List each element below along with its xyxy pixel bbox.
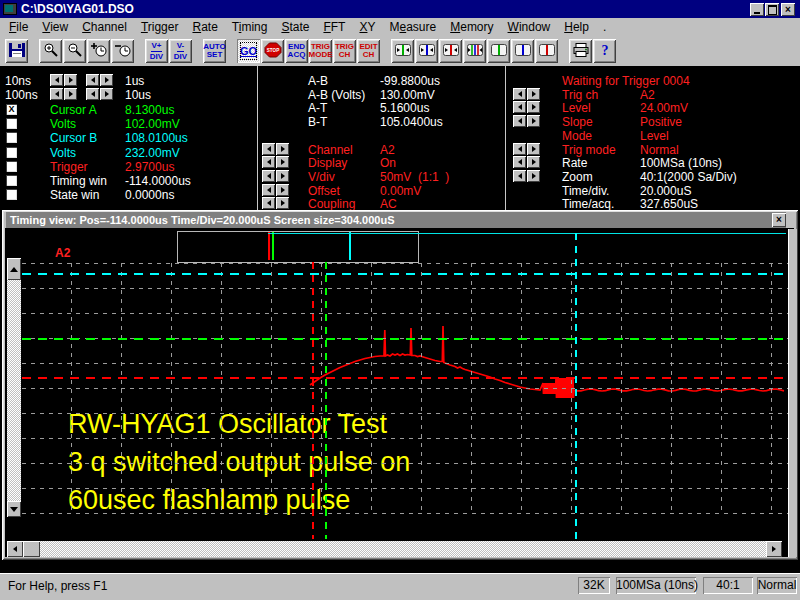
display-spinner-decrement[interactable] <box>262 156 275 168</box>
vertical-scrollbar[interactable] <box>7 229 21 539</box>
volts-checkbox[interactable] <box>6 118 17 129</box>
center-trigger-cursor-button[interactable] <box>535 39 558 63</box>
menu-item-memory[interactable]: Memory <box>443 19 500 35</box>
trigger-level-line[interactable] <box>22 377 788 379</box>
move-cursor-a-button[interactable] <box>391 39 414 63</box>
menu-item-measure[interactable]: Measure <box>382 19 443 35</box>
scroll-right-button[interactable] <box>766 541 782 557</box>
horizontal-scroll-track[interactable] <box>40 541 766 557</box>
trig-ch-button[interactable]: TRIGCH <box>333 39 356 63</box>
menu-item-fft[interactable]: FFT <box>316 19 352 35</box>
menu-item-view[interactable]: View <box>35 19 75 35</box>
menu-item-timing[interactable]: Timing <box>225 19 275 35</box>
volts-div-down-button[interactable]: V-DIV <box>169 39 192 63</box>
end-acq-button[interactable]: ENDACQ <box>285 39 308 63</box>
100ns-step-spinner-decrement[interactable] <box>86 88 99 100</box>
center-cursor-a-button[interactable] <box>487 39 510 63</box>
app-titlebar[interactable]: C:\DSO\YAG01.DSO <box>0 0 800 18</box>
10ns-step-spinner-decrement[interactable] <box>50 74 63 86</box>
vertical-scroll-track[interactable] <box>7 280 21 501</box>
volts-div-up-button[interactable]: V+DIV <box>145 39 168 63</box>
channel-position-thumb[interactable] <box>7 258 21 280</box>
cursor-b-line[interactable] <box>575 233 577 539</box>
trig-mode-spinner-increment[interactable] <box>527 143 540 155</box>
offset-spinner-decrement[interactable] <box>262 184 275 196</box>
state-win-checkbox[interactable] <box>6 189 17 200</box>
scroll-down-button[interactable] <box>7 501 21 517</box>
menu-item-file[interactable]: File <box>2 19 35 35</box>
offset-spinner-increment[interactable] <box>276 184 289 196</box>
10ns-step-spinner-increment[interactable] <box>64 74 77 86</box>
gridline <box>71 263 72 514</box>
trigger-time-cursor[interactable] <box>312 262 314 539</box>
menu-item-rate[interactable]: Rate <box>185 19 224 35</box>
slope-spinner-increment[interactable] <box>527 115 540 127</box>
save-button[interactable] <box>5 39 28 63</box>
move-cursor-b-button[interactable] <box>415 39 438 63</box>
go-button[interactable]: GO <box>237 39 260 63</box>
display-spinner-increment[interactable] <box>276 156 289 168</box>
rate-spinner-increment[interactable] <box>527 156 540 168</box>
zoom-out-button[interactable] <box>63 39 86 63</box>
trig-ch-spinner-increment[interactable] <box>527 88 540 100</box>
menu-item-trigger[interactable]: Trigger <box>134 19 186 35</box>
menu-item-xy[interactable]: XY <box>352 19 382 35</box>
menu-item-window[interactable]: Window <box>501 19 558 35</box>
cursor-a-volts-line[interactable] <box>22 338 788 340</box>
edit-ch-button[interactable]: EDITCH <box>357 39 380 63</box>
timing-win-checkbox[interactable] <box>6 175 17 186</box>
slope-spinner-decrement[interactable] <box>513 115 526 127</box>
100ns-step-spinner-increment[interactable] <box>100 88 113 100</box>
volts-checkbox[interactable] <box>6 147 17 158</box>
coupling-spinner-increment[interactable] <box>276 197 289 209</box>
horizontal-scroll-thumb[interactable] <box>23 541 40 557</box>
restore-button[interactable] <box>765 3 779 16</box>
rate-spinner-decrement[interactable] <box>513 156 526 168</box>
zoom-in-button[interactable] <box>39 39 62 63</box>
close-button[interactable]: × <box>781 3 795 16</box>
display-spinner <box>262 156 290 168</box>
trig-ch-spinner-decrement[interactable] <box>513 88 526 100</box>
menu-item-help[interactable]: Help <box>557 19 596 35</box>
coupling-spinner-decrement[interactable] <box>262 197 275 209</box>
stop-button[interactable]: STOP <box>261 39 284 63</box>
trig-mode-button[interactable]: TRIGMODE <box>309 39 332 63</box>
scroll-left-button[interactable] <box>7 541 23 557</box>
zoom-spinner-increment[interactable] <box>527 170 540 182</box>
compress-timebase-button[interactable] <box>111 39 134 63</box>
cursor-red-arrows-icon <box>442 42 460 61</box>
v/div-spinner-decrement[interactable] <box>262 170 275 182</box>
print-button[interactable] <box>569 39 592 63</box>
level-spinner-increment[interactable] <box>527 101 540 113</box>
trigger-checkbox[interactable] <box>6 161 17 172</box>
cursor-b-checkbox[interactable] <box>6 132 17 143</box>
10ns-step-spinner-decrement[interactable] <box>86 74 99 86</box>
cursor-a-line[interactable] <box>325 262 327 539</box>
move-trigger-cursor-button[interactable] <box>439 39 462 63</box>
timing-view-titlebar[interactable]: Timing view: Pos=-114.0000us Time/Div=20… <box>6 212 786 228</box>
100ns-step-spinner-decrement[interactable] <box>50 88 63 100</box>
menu-item-channel[interactable]: Channel <box>75 19 134 35</box>
expand-timebase-button[interactable] <box>87 39 110 63</box>
center-cursor-b-button[interactable] <box>511 39 534 63</box>
cursor-a-checkbox[interactable]: X <box>6 104 17 115</box>
10ns-step-spinner-increment[interactable] <box>100 74 113 86</box>
level-spinner-decrement[interactable] <box>513 101 526 113</box>
v/div-spinner-increment[interactable] <box>276 170 289 182</box>
auto-set-button[interactable]: AUTOSET <box>203 39 226 63</box>
channel-spinner-increment[interactable] <box>276 143 289 155</box>
cursor-b-volts-line[interactable] <box>22 273 788 275</box>
minimize-button[interactable] <box>750 3 764 16</box>
channel-spinner-decrement[interactable] <box>262 143 275 155</box>
zoom-spinner-decrement[interactable] <box>513 170 526 182</box>
param-value: 108.0100us <box>125 131 188 145</box>
horizontal-scrollbar[interactable] <box>7 541 782 557</box>
trig-mode-spinner-decrement[interactable] <box>513 143 526 155</box>
menu-item-state[interactable]: State <box>274 19 316 35</box>
menu-item-[interactable]: . <box>596 19 613 35</box>
100ns-step-spinner-increment[interactable] <box>64 88 77 100</box>
trigger-panel: Waiting for Trigger 0004Trig chA2Level24… <box>506 66 800 210</box>
timing-view-close-button[interactable]: × <box>772 213 786 227</box>
move-all-cursors-button[interactable] <box>463 39 486 63</box>
help-button[interactable]: ? <box>593 39 616 63</box>
